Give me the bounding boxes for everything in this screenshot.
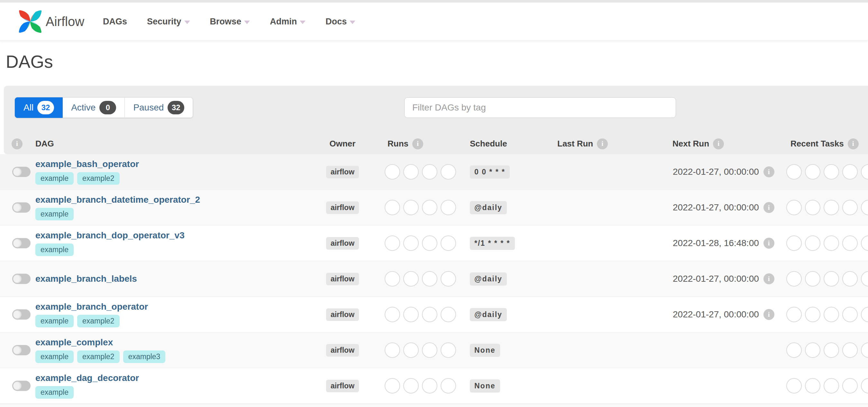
dag-link[interactable]: example_branch_labels (35, 274, 137, 284)
dag-link[interactable]: example_complex (35, 337, 113, 347)
nav-item-docs[interactable]: Docs (326, 17, 355, 27)
nav-item-dags[interactable]: DAGs (103, 17, 127, 27)
next-run-value: 2022-01-27, 00:00:00 (673, 167, 759, 177)
dag-name-cell: example_bash_operatorexampleexample2 (35, 159, 321, 185)
owner-badge[interactable]: airflow (326, 166, 359, 178)
task-state-circle (441, 271, 456, 286)
filter-dags-by-tag-input[interactable] (404, 97, 676, 118)
task-state-circle (441, 164, 456, 179)
pause-toggle-cell (0, 274, 35, 284)
dag-link[interactable]: example_branch_dop_operator_v3 (35, 230, 185, 241)
task-state-circle (441, 200, 456, 215)
task-state-circle (861, 271, 868, 286)
tab-paused[interactable]: Paused 32 (125, 97, 193, 118)
dag-pause-toggle[interactable] (12, 202, 31, 213)
column-header-schedule: Schedule (463, 139, 553, 149)
task-state-circle (842, 164, 858, 179)
dag-tag[interactable]: example (35, 386, 74, 399)
tag-row: exampleexample2 (35, 315, 321, 327)
dag-tag[interactable]: example (35, 315, 74, 327)
dag-name-cell: example_branch_dop_operator_v3example (35, 230, 321, 256)
table-row: example_branch_dop_operator_v3exampleair… (0, 226, 868, 261)
info-icon: i (597, 138, 608, 149)
dag-pause-toggle[interactable] (12, 381, 31, 391)
dag-pause-toggle[interactable] (12, 345, 31, 355)
task-state-circle (861, 164, 868, 179)
next-run-cell: 2022-01-27, 00:00:00i (666, 309, 781, 320)
table-row: example_branch_datetime_operator_2exampl… (0, 190, 868, 226)
dag-link[interactable]: example_bash_operator (35, 159, 139, 169)
task-state-circle (384, 378, 400, 394)
airflow-brand[interactable]: Airflow (17, 8, 84, 35)
nav-item-browse[interactable]: Browse (210, 17, 250, 27)
schedule-cell: */1 * * * * (463, 237, 553, 250)
task-state-circle (403, 378, 419, 394)
dag-tag[interactable]: example (35, 243, 74, 256)
task-state-circle (842, 342, 858, 358)
chevron-down-icon (349, 21, 355, 24)
chevron-down-icon (300, 21, 306, 24)
nav-item-security[interactable]: Security (147, 17, 190, 27)
owner-badge[interactable]: airflow (326, 201, 359, 214)
schedule-cell: 0 0 * * * (463, 165, 553, 179)
dag-pause-toggle[interactable] (12, 238, 31, 248)
table-row: example_branch_labelsairflow@daily2022-0… (0, 261, 868, 297)
tab-active[interactable]: Active 0 (63, 97, 125, 118)
recent-tasks-cell (781, 271, 868, 286)
task-state-circle (824, 378, 839, 394)
task-state-circle (422, 235, 437, 251)
tab-all[interactable]: All 32 (15, 97, 63, 118)
schedule-cell: None (463, 379, 553, 393)
pause-toggle-cell (0, 345, 35, 355)
owner-badge[interactable]: airflow (326, 273, 359, 285)
task-state-circle (842, 235, 858, 251)
dag-link[interactable]: example_branch_datetime_operator_2 (35, 195, 200, 205)
task-state-circle (384, 164, 400, 179)
dag-pause-toggle[interactable] (12, 167, 31, 177)
task-state-circle (403, 307, 419, 322)
nav-item-admin[interactable]: Admin (270, 17, 306, 27)
task-state-circle (786, 307, 802, 322)
owner-badge[interactable]: airflow (326, 237, 359, 249)
dag-link[interactable]: example_dag_decorator (35, 373, 139, 383)
dag-tag[interactable]: example (35, 208, 74, 221)
recent-tasks-cell (781, 307, 868, 322)
task-state-circle (403, 200, 419, 215)
page-title: DAGs (6, 52, 53, 72)
info-icon: i (764, 309, 774, 320)
info-icon: i (764, 238, 774, 249)
owner-badge[interactable]: airflow (326, 308, 359, 321)
dag-tag[interactable]: example3 (123, 350, 166, 363)
dag-tag[interactable]: example (35, 350, 74, 363)
task-state-circle (384, 271, 400, 286)
next-run-value: 2022-01-27, 00:00:00 (673, 202, 759, 213)
dag-name-cell: example_complexexampleexample2example3 (35, 337, 321, 363)
dag-tag[interactable]: example2 (77, 315, 120, 327)
dag-tag[interactable]: example (35, 172, 74, 185)
runs-cell (364, 342, 463, 358)
task-state-circle (786, 164, 802, 179)
dag-pause-toggle[interactable] (12, 274, 31, 284)
owner-badge[interactable]: airflow (326, 380, 359, 392)
dag-link[interactable]: example_branch_operator (35, 302, 148, 312)
dag-tag[interactable]: example2 (77, 350, 120, 363)
dag-tag[interactable]: example2 (77, 172, 120, 185)
dag-pause-toggle[interactable] (12, 309, 31, 319)
task-state-circle (824, 235, 839, 251)
tab-paused-count: 32 (167, 101, 184, 114)
schedule-badge: 0 0 * * * (470, 165, 510, 179)
schedule-cell: None (463, 344, 553, 357)
task-state-circle (786, 378, 802, 394)
dag-filter-tabs: All 32 Active 0 Paused 32 (15, 97, 193, 118)
task-state-circle (805, 307, 820, 322)
window-edge-strip (0, 0, 868, 3)
schedule-badge: None (470, 379, 500, 393)
dag-name-cell: example_branch_datetime_operator_2exampl… (35, 195, 321, 221)
airflow-logo-icon (17, 8, 44, 35)
task-state-circle (384, 200, 400, 215)
owner-badge[interactable]: airflow (326, 344, 359, 357)
dag-name-cell: example_branch_operatorexampleexample2 (35, 302, 321, 327)
task-state-circle (786, 235, 802, 251)
task-state-circle (805, 271, 820, 286)
task-state-circle (384, 342, 400, 358)
